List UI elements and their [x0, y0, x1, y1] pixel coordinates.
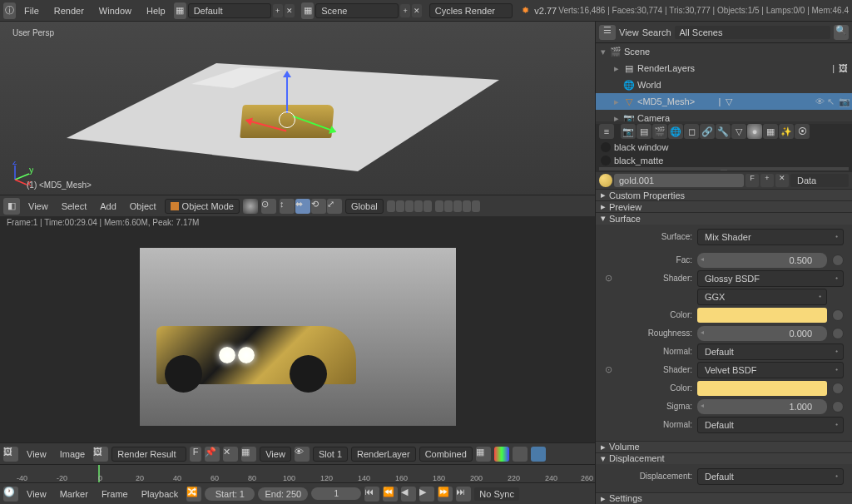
layer-buttons[interactable]	[387, 200, 480, 212]
timeline-menu-frame[interactable]: Frame	[97, 489, 133, 499]
shader2-normal-dropdown[interactable]: Default	[697, 417, 844, 433]
current-frame-field[interactable]: 1	[311, 487, 361, 500]
keyframe-prev-button[interactable]: ⏪	[383, 487, 398, 502]
add-scene-button[interactable]: +	[400, 4, 410, 17]
timeline-menu-marker[interactable]: Marker	[55, 489, 93, 499]
tab-texture[interactable]: ▦	[763, 124, 778, 139]
fac-node-button[interactable]	[832, 254, 844, 266]
outliner-filter-dropdown[interactable]: All Scenes	[675, 26, 830, 39]
outliner-menu-view[interactable]: View	[619, 27, 639, 37]
sigma-node-button[interactable]	[832, 401, 844, 413]
outliner-search-icon[interactable]: 🔍	[834, 25, 849, 40]
roughness-slider[interactable]: 0.000	[697, 326, 827, 341]
displacement-dropdown[interactable]: Default	[697, 468, 844, 485]
tab-data[interactable]: ▽	[731, 124, 746, 139]
mode-dropdown[interactable]: Object Mode	[165, 199, 240, 214]
panel-custom-properties[interactable]: ▸Custom Properties	[596, 189, 852, 200]
selectable-icon[interactable]: ↖	[827, 96, 837, 106]
timeline-menu-view[interactable]: View	[22, 489, 52, 499]
shader2-dropdown[interactable]: Velvet BSDF	[697, 362, 844, 378]
image-view-dropdown[interactable]: View	[260, 447, 291, 462]
tab-particles[interactable]: ✨	[779, 124, 794, 139]
remove-scene-button[interactable]: ✕	[412, 4, 422, 17]
timeline-editor-icon[interactable]: 🕐	[3, 487, 18, 502]
shader1-normal-dropdown[interactable]: Default	[697, 343, 844, 360]
renderlayer-dropdown[interactable]: RenderLayer	[351, 447, 416, 462]
editor-type-icon[interactable]: ⓘ	[3, 2, 16, 19]
tab-constraints[interactable]: 🔗	[700, 124, 715, 139]
manipulator-rotate[interactable]: ⟲	[311, 199, 326, 214]
tab-modifiers[interactable]: 🔧	[716, 124, 731, 139]
manipulator-toggle[interactable]: ↕	[280, 199, 295, 214]
tab-physics[interactable]: ⦿	[795, 124, 810, 139]
surface-shader-dropdown[interactable]: Mix Shader	[697, 229, 844, 245]
shader-socket-icon[interactable]: ⊙	[604, 273, 612, 284]
list-grip[interactable]	[599, 167, 849, 170]
material-name-field[interactable]: gold.001	[614, 174, 744, 187]
manipulator-scale[interactable]: ⤢	[327, 199, 342, 214]
outliner-editor-icon[interactable]: ☰	[599, 25, 616, 40]
image-name-field[interactable]: Render Result	[111, 447, 186, 462]
tree-row-mesh[interactable]: ▸▽<MD5_Mesh>|▽ 👁↖📷	[596, 93, 852, 110]
timeline[interactable]: -40 -20 0 20 40 60 80 100 120 140 160 18…	[0, 464, 595, 482]
range-button[interactable]: 🔀	[186, 487, 201, 502]
image-editor[interactable]	[0, 231, 595, 442]
menu-help[interactable]: Help	[140, 6, 172, 16]
pivot-button[interactable]: ⊙	[261, 199, 276, 214]
tree-row-renderlayers[interactable]: ▸▤RenderLayers|🖼	[596, 60, 852, 77]
uv-icon[interactable]: ▦	[241, 447, 256, 462]
manipulator-translate[interactable]: ⬌	[295, 199, 310, 214]
shader1-distribution-dropdown[interactable]: GGX	[697, 289, 827, 305]
add-layout-button[interactable]: +	[273, 4, 283, 17]
scene-browse-icon[interactable]: ▦	[301, 2, 314, 19]
slot-dropdown[interactable]: Slot 1	[313, 447, 348, 462]
material-slot[interactable]: black window	[599, 141, 849, 154]
image-browse-icon[interactable]: 🖼	[93, 447, 108, 462]
tab-renderlayers[interactable]: ▤	[637, 124, 651, 139]
sigma-slider[interactable]: 1.000	[697, 399, 827, 414]
shader1-color-swatch[interactable]	[697, 308, 827, 323]
panel-preview[interactable]: ▸Preview	[596, 200, 852, 212]
tree-row-camera[interactable]: ▸📷Camera	[596, 110, 852, 121]
tab-world[interactable]: 🌐	[668, 124, 683, 139]
fake-user-button[interactable]: F	[190, 447, 201, 462]
render-engine-dropdown[interactable]: Cycles Render	[429, 3, 513, 18]
shader2-color-swatch[interactable]	[697, 381, 827, 396]
color-node-button[interactable]	[832, 309, 844, 321]
menu-render[interactable]: Render	[47, 6, 91, 16]
image-unlink-button[interactable]: ✕	[223, 447, 238, 462]
outliner-menu-search[interactable]: Search	[642, 27, 671, 37]
view3d-menu-view[interactable]: View	[23, 201, 53, 211]
tree-row-scene[interactable]: ▾🎬Scene	[596, 43, 852, 60]
menu-window[interactable]: Window	[92, 6, 138, 16]
material-slot-list[interactable]: black window black_matte	[596, 139, 852, 172]
outliner-tree[interactable]: ▾🎬Scene ▸▤RenderLayers|🖼 🌐World ▸▽<MD5_M…	[596, 43, 852, 121]
menu-file[interactable]: File	[17, 6, 46, 16]
orientation-dropdown[interactable]: Global	[345, 199, 384, 214]
panel-surface[interactable]: ▾Surface	[596, 212, 852, 224]
image-menu-view[interactable]: View	[22, 449, 52, 459]
image-editor-icon[interactable]: 🖼	[3, 447, 18, 462]
3d-viewport[interactable]: User Persp zyx (1) <MD5_Mesh>	[0, 22, 595, 195]
channel-rgb-button[interactable]	[494, 447, 509, 462]
material-link-dropdown[interactable]: Data	[790, 174, 849, 187]
play-reverse-button[interactable]: ◀	[401, 487, 416, 502]
panel-volume[interactable]: ▸Volume	[596, 441, 852, 452]
shader-socket-icon[interactable]: ⊙	[604, 364, 612, 375]
timeline-menu-playback[interactable]: Playback	[136, 489, 184, 499]
image-pin-button[interactable]: 📌	[205, 447, 220, 462]
remove-layout-button[interactable]: ✕	[285, 4, 295, 17]
play-button[interactable]: ▶	[419, 487, 434, 502]
properties-editor-icon[interactable]: ≡	[599, 124, 614, 139]
layout-browse-icon[interactable]: ▦	[174, 2, 186, 19]
shading-button[interactable]	[243, 199, 258, 214]
view3d-menu-object[interactable]: Object	[125, 201, 161, 211]
channel-alpha-button[interactable]	[513, 447, 528, 462]
color-node-button[interactable]	[832, 383, 844, 394]
panel-settings[interactable]: ▸Settings	[596, 492, 852, 504]
viewport-editor-icon[interactable]: ◧	[3, 198, 20, 215]
scene-dropdown[interactable]: Scene	[315, 3, 399, 18]
renderable-icon[interactable]: 📷	[839, 96, 849, 106]
image-menu-image[interactable]: Image	[55, 449, 91, 459]
material-add-button[interactable]: +	[760, 174, 774, 187]
